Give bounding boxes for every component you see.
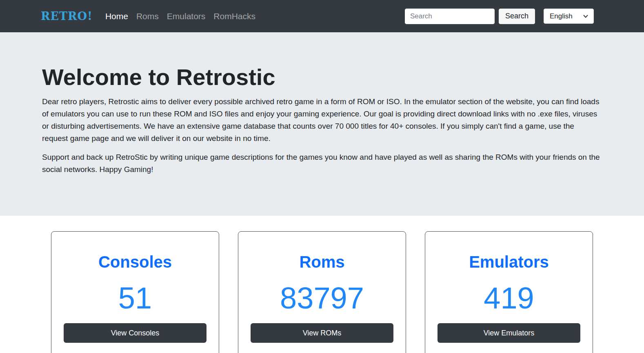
language-select[interactable]: English	[544, 9, 594, 24]
card-emulators-title: Emulators	[425, 254, 593, 270]
logo[interactable]: RETRO!	[41, 10, 93, 22]
view-roms-button[interactable]: View ROMs	[251, 323, 393, 343]
card-consoles: Consoles 51 View Consoles	[51, 231, 219, 353]
card-emulators-count: 419	[425, 283, 593, 313]
hero-paragraph-1: Dear retro players, Retrostic aims to de…	[42, 96, 601, 145]
card-consoles-title: Consoles	[51, 254, 219, 270]
language-selected-value: English	[550, 12, 573, 20]
search-input[interactable]	[405, 9, 495, 24]
chevron-down-icon	[583, 13, 588, 19]
search-button[interactable]: Search	[499, 9, 535, 24]
stats-cards-row: Consoles 51 View Consoles Roms 83797 Vie…	[0, 216, 644, 353]
page-title: Welcome to Retrostic	[42, 64, 602, 90]
card-consoles-count: 51	[51, 283, 219, 313]
nav-links: Home Roms Emulators RomHacks	[101, 8, 260, 25]
nav-link-emulators[interactable]: Emulators	[163, 8, 210, 25]
card-roms-title: Roms	[238, 254, 406, 270]
card-roms: Roms 83797 View ROMs	[238, 231, 406, 353]
retrostic-homepage: RETRO! Home Roms Emulators RomHacks Sear…	[0, 0, 644, 353]
nav-link-roms[interactable]: Roms	[132, 8, 163, 25]
navbar: RETRO! Home Roms Emulators RomHacks Sear…	[0, 0, 644, 32]
nav-link-romhacks[interactable]: RomHacks	[209, 8, 260, 25]
card-emulators: Emulators 419 View Emulators	[425, 231, 593, 353]
hero-paragraph-2: Support and back up RetroStic by writing…	[42, 151, 601, 176]
card-roms-count: 83797	[238, 283, 406, 313]
view-emulators-button[interactable]: View Emulators	[437, 323, 580, 343]
hero-section: Welcome to Retrostic Dear retro players,…	[0, 32, 644, 216]
view-consoles-button[interactable]: View Consoles	[64, 323, 207, 343]
nav-link-home[interactable]: Home	[101, 8, 132, 25]
navbar-right-group: Search English	[405, 9, 594, 24]
